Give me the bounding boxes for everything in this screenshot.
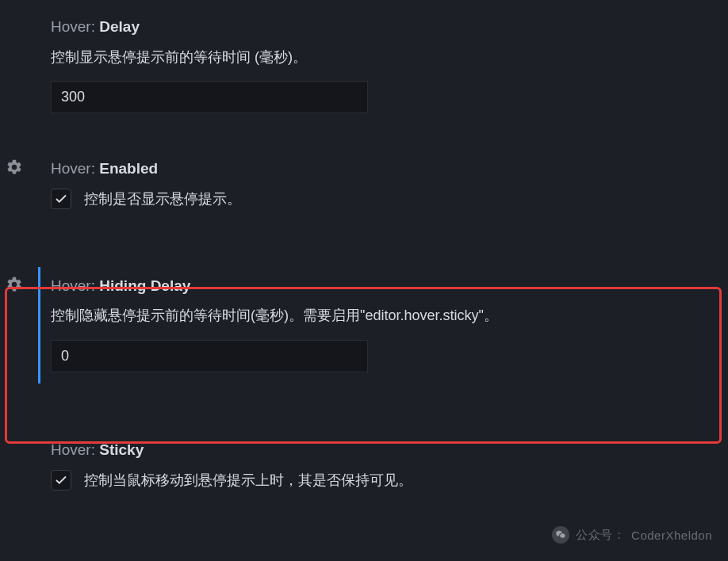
setting-hover-delay: Hover: Delay 控制显示悬停提示前的等待时间 (毫秒)。 xyxy=(29,5,728,128)
setting-prefix: Hover: xyxy=(51,441,99,458)
setting-name: Enabled xyxy=(99,160,158,177)
setting-description: 控制隐藏悬停提示前的等待时间(毫秒)。需要启用"editor.hover.sti… xyxy=(51,305,706,327)
hover-enabled-checkbox[interactable] xyxy=(51,189,71,209)
checkbox-label: 控制当鼠标移动到悬停提示上时，其是否保持可见。 xyxy=(84,470,412,491)
check-icon xyxy=(54,192,68,206)
setting-title: Hover: Hiding Delay xyxy=(51,275,706,298)
setting-prefix: Hover: xyxy=(51,160,99,177)
wechat-icon xyxy=(552,526,569,544)
setting-name: Delay xyxy=(99,18,140,35)
watermark-prefix: 公众号： xyxy=(576,528,625,543)
hover-delay-input[interactable] xyxy=(51,81,368,113)
hover-hiding-delay-input[interactable] xyxy=(51,340,368,372)
setting-hover-hiding-delay: Hover: Hiding Delay 控制隐藏悬停提示前的等待时间(毫秒)。需… xyxy=(29,256,728,395)
setting-title: Hover: Enabled xyxy=(51,158,706,181)
gear-icon[interactable] xyxy=(5,158,24,177)
watermark: 公众号： CoderXheldon xyxy=(552,526,712,544)
watermark-name: CoderXheldon xyxy=(631,529,712,542)
gear-icon[interactable] xyxy=(5,275,24,294)
setting-description: 控制显示悬停提示前的等待时间 (毫秒)。 xyxy=(51,47,706,69)
setting-name: Sticky xyxy=(99,441,144,458)
checkbox-label: 控制是否显示悬停提示。 xyxy=(84,189,241,210)
hover-sticky-checkbox[interactable] xyxy=(51,470,71,490)
setting-prefix: Hover: xyxy=(51,277,99,294)
setting-title: Hover: Sticky xyxy=(51,439,706,462)
checkbox-row: 控制是否显示悬停提示。 xyxy=(51,189,706,210)
modified-indicator xyxy=(38,267,40,384)
setting-name: Hiding Delay xyxy=(99,277,190,294)
settings-list: Hover: Delay 控制显示悬停提示前的等待时间 (毫秒)。 Hover:… xyxy=(0,5,728,506)
check-icon xyxy=(54,473,68,487)
setting-prefix: Hover: xyxy=(51,18,99,35)
setting-hover-sticky: Hover: Sticky 控制当鼠标移动到悬停提示上时，其是否保持可见。 xyxy=(29,428,728,506)
setting-title: Hover: Delay xyxy=(51,16,706,39)
setting-hover-enabled: Hover: Enabled 控制是否显示悬停提示。 xyxy=(29,147,728,224)
checkbox-row: 控制当鼠标移动到悬停提示上时，其是否保持可见。 xyxy=(51,470,706,491)
